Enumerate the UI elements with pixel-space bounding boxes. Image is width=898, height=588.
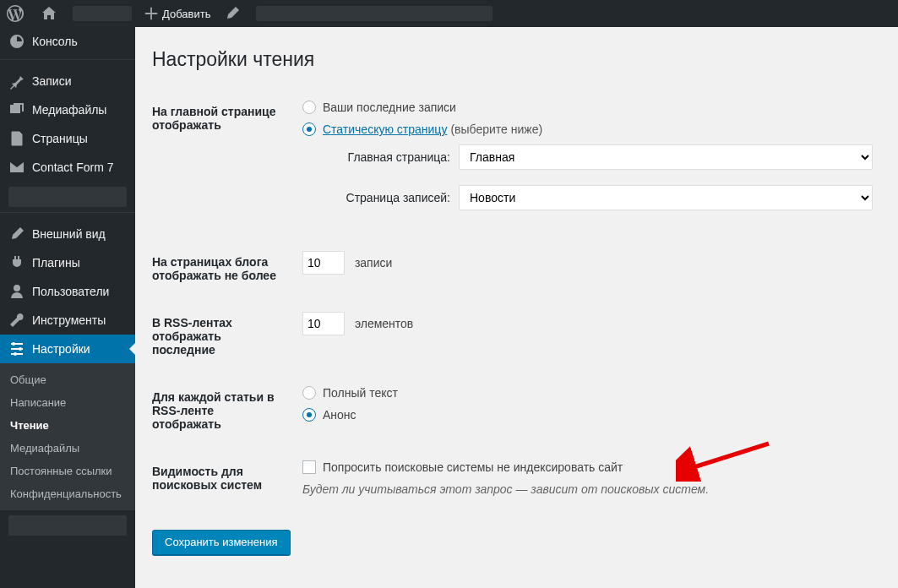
homepage-select-label: Главная страница:	[324, 150, 459, 164]
plugin-icon	[8, 254, 25, 271]
submenu-privacy[interactable]: Конфиденциальность	[0, 482, 135, 505]
postspage-select-label: Страница записей:	[324, 191, 459, 204]
radio-icon[interactable]	[302, 101, 316, 114]
sidebar-item-settings[interactable]: Настройки	[0, 335, 135, 363]
dashboard-icon	[8, 33, 25, 50]
customize-link[interactable]	[217, 0, 251, 27]
pin-icon	[8, 73, 25, 90]
checkbox-noindex-row[interactable]: Попросить поисковые системы не индексиро…	[302, 460, 873, 474]
radio-rss-summary[interactable]: Анонс	[302, 408, 873, 422]
sidebar-item-label: Инструменты	[32, 313, 106, 327]
sidebar-item-label: Contact Form 7	[32, 161, 113, 174]
user-icon	[8, 283, 25, 300]
svg-point-1	[19, 347, 22, 351]
svg-point-2	[14, 352, 17, 356]
sidebar-item-posts[interactable]: Записи	[0, 67, 135, 95]
rss-content-label: Для каждой статьи в RSS-ленте отображать	[152, 373, 294, 448]
plus-icon	[144, 6, 159, 21]
sidebar-item-pages[interactable]: Страницы	[0, 124, 135, 153]
rss-limit-input[interactable]	[302, 312, 345, 335]
radio-label: Полный текст	[323, 386, 398, 400]
sidebar-item-label: Страницы	[32, 132, 88, 145]
sidebar-item-dashboard[interactable]: Консоль	[0, 27, 135, 56]
wordpress-icon	[7, 5, 24, 22]
rss-limit-unit: элементов	[355, 317, 413, 330]
redacted	[8, 187, 127, 207]
redacted	[256, 6, 493, 21]
submenu-permalinks[interactable]: Постоянные ссылки	[0, 460, 135, 482]
sidebar-item-label: Настройки	[32, 342, 90, 356]
radio-static-page[interactable]: Статическую страницу (выберите ниже)	[302, 122, 873, 136]
sidebar-item-tools[interactable]: Инструменты	[0, 306, 135, 335]
radio-label-link[interactable]: Статическую страницу	[323, 122, 447, 136]
radio-label: Ваши последние записи	[323, 101, 456, 114]
radio-icon-checked[interactable]	[302, 408, 316, 422]
select-hint: (выберите ниже)	[450, 122, 542, 136]
postspage-select[interactable]: Новости	[459, 185, 873, 210]
settings-submenu: Общие Написание Чтение Медиафайлы Постоя…	[0, 363, 135, 510]
sidebar-item-label: Пользователи	[32, 285, 109, 298]
sidebar-item-label: Записи	[32, 74, 71, 88]
home-icon	[41, 5, 57, 22]
wrench-icon	[8, 312, 25, 329]
radio-icon[interactable]	[302, 386, 316, 400]
save-button[interactable]: Сохранить изменения	[152, 530, 291, 555]
blog-limit-unit: записи	[355, 256, 392, 270]
sidebar-item-label: Консоль	[32, 35, 78, 48]
sidebar-item-cf7[interactable]: Contact Form 7	[0, 153, 135, 182]
homepage-select[interactable]: Главная	[459, 144, 873, 170]
menu-separator	[0, 212, 135, 216]
radio-label: Анонс	[323, 408, 356, 422]
front-page-label: На главной странице отображать	[152, 88, 294, 238]
blog-limit-input[interactable]	[302, 251, 345, 275]
brush-icon	[8, 226, 25, 242]
submenu-general[interactable]: Общие	[0, 368, 135, 391]
search-description: Будет ли учитываться этот запрос — завис…	[302, 482, 873, 496]
search-visibility-label: Видимость для поисковых систем	[152, 448, 294, 509]
radio-rss-full[interactable]: Полный текст	[302, 386, 873, 400]
sidebar-item-label: Внешний вид	[32, 227, 106, 241]
wp-logo[interactable]	[0, 0, 34, 27]
page-icon	[8, 130, 25, 147]
sidebar-item-label: Медиафайлы	[32, 103, 106, 117]
admin-topbar: Добавить	[0, 0, 898, 27]
admin-sidebar: Консоль Записи Медиафайлы Страницы Conta…	[0, 27, 135, 588]
sidebar-item-appearance[interactable]: Внешний вид	[0, 220, 135, 248]
home-link[interactable]	[34, 0, 68, 27]
radio-latest-posts[interactable]: Ваши последние записи	[302, 101, 873, 114]
redacted	[73, 6, 132, 21]
add-new-label: Добавить	[162, 8, 210, 20]
brush-icon	[224, 5, 241, 22]
submenu-media[interactable]: Медиафайлы	[0, 437, 135, 460]
radio-icon-checked[interactable]	[302, 122, 316, 136]
sidebar-item-plugins[interactable]: Плагины	[0, 248, 135, 277]
checkbox-label: Попросить поисковые системы не индексиро…	[323, 460, 623, 474]
content-area: Настройки чтения На главной странице ото…	[135, 27, 898, 572]
submenu-reading[interactable]: Чтение	[0, 414, 135, 437]
blog-limit-label: На страницах блога отображать не более	[152, 238, 294, 299]
svg-point-0	[12, 342, 15, 346]
sliders-icon	[8, 340, 25, 357]
sidebar-item-media[interactable]: Медиафайлы	[0, 95, 135, 124]
rss-limit-label: В RSS-лентах отображать последние	[152, 299, 294, 373]
add-new-link[interactable]: Добавить	[137, 0, 217, 27]
media-icon	[8, 101, 25, 118]
settings-form: На главной странице отображать Ваши посл…	[152, 88, 881, 509]
menu-separator	[0, 59, 135, 63]
page-title: Настройки чтения	[152, 48, 881, 71]
sidebar-item-users[interactable]: Пользователи	[0, 277, 135, 306]
sidebar-item-label: Плагины	[32, 256, 80, 270]
mail-icon	[8, 159, 25, 176]
submenu-writing[interactable]: Написание	[0, 391, 135, 414]
redacted	[8, 515, 127, 536]
checkbox-noindex[interactable]	[302, 460, 316, 474]
